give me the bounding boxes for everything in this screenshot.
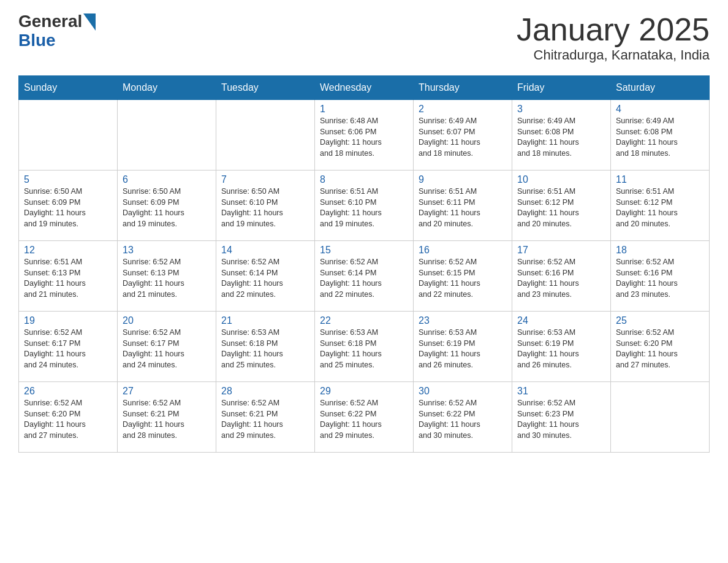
day-info: Sunrise: 6:52 AM Sunset: 6:14 PM Dayligh… (320, 257, 408, 300)
calendar-cell: 22Sunrise: 6:53 AM Sunset: 6:18 PM Dayli… (315, 312, 414, 382)
calendar-cell: 7Sunrise: 6:50 AM Sunset: 6:10 PM Daylig… (216, 170, 315, 241)
day-number: 25 (616, 315, 704, 326)
day-number: 18 (616, 245, 704, 256)
day-info: Sunrise: 6:49 AM Sunset: 6:08 PM Dayligh… (616, 116, 704, 159)
day-info: Sunrise: 6:51 AM Sunset: 6:12 PM Dayligh… (517, 186, 605, 229)
logo-text: General Blue (18, 12, 96, 50)
calendar-cell: 1Sunrise: 6:48 AM Sunset: 6:06 PM Daylig… (315, 100, 414, 170)
day-info: Sunrise: 6:50 AM Sunset: 6:10 PM Dayligh… (221, 186, 309, 229)
day-info: Sunrise: 6:51 AM Sunset: 6:12 PM Dayligh… (616, 186, 704, 229)
day-number: 14 (221, 245, 309, 256)
calendar-cell: 2Sunrise: 6:49 AM Sunset: 6:07 PM Daylig… (414, 100, 512, 170)
page-header: General Blue January 2025 Chitradurga, K… (18, 12, 710, 63)
day-number: 19 (24, 315, 112, 326)
day-number: 12 (24, 245, 112, 256)
day-number: 24 (517, 315, 605, 326)
day-number: 29 (320, 386, 408, 397)
day-info: Sunrise: 6:52 AM Sunset: 6:17 PM Dayligh… (24, 327, 112, 370)
calendar-cell: 23Sunrise: 6:53 AM Sunset: 6:19 PM Dayli… (414, 312, 512, 382)
calendar-cell: 17Sunrise: 6:52 AM Sunset: 6:16 PM Dayli… (512, 241, 611, 312)
day-number: 20 (123, 315, 211, 326)
day-number: 10 (517, 174, 605, 185)
day-info: Sunrise: 6:53 AM Sunset: 6:19 PM Dayligh… (419, 327, 507, 370)
day-info: Sunrise: 6:52 AM Sunset: 6:21 PM Dayligh… (221, 398, 309, 441)
day-number: 1 (320, 104, 408, 115)
calendar-cell: 29Sunrise: 6:52 AM Sunset: 6:22 PM Dayli… (315, 382, 414, 453)
calendar-cell: 5Sunrise: 6:50 AM Sunset: 6:09 PM Daylig… (19, 170, 118, 241)
calendar-cell: 31Sunrise: 6:52 AM Sunset: 6:23 PM Dayli… (512, 382, 611, 453)
day-info: Sunrise: 6:52 AM Sunset: 6:20 PM Dayligh… (24, 398, 112, 441)
weekday-header-saturday: Saturday (611, 76, 710, 100)
day-info: Sunrise: 6:53 AM Sunset: 6:18 PM Dayligh… (320, 327, 408, 370)
logo-general: General (18, 12, 82, 31)
day-number: 4 (616, 104, 704, 115)
calendar-cell (216, 100, 315, 170)
calendar-cell: 8Sunrise: 6:51 AM Sunset: 6:10 PM Daylig… (315, 170, 414, 241)
logo-triangle-icon (83, 13, 96, 31)
day-number: 5 (24, 174, 112, 185)
calendar-cell: 9Sunrise: 6:51 AM Sunset: 6:11 PM Daylig… (414, 170, 512, 241)
day-info: Sunrise: 6:48 AM Sunset: 6:06 PM Dayligh… (320, 116, 408, 159)
day-info: Sunrise: 6:52 AM Sunset: 6:16 PM Dayligh… (517, 257, 605, 300)
calendar-table: SundayMondayTuesdayWednesdayThursdayFrid… (18, 75, 710, 453)
svg-marker-0 (83, 13, 96, 31)
calendar-cell: 30Sunrise: 6:52 AM Sunset: 6:22 PM Dayli… (414, 382, 512, 453)
calendar-cell: 27Sunrise: 6:52 AM Sunset: 6:21 PM Dayli… (118, 382, 216, 453)
calendar-cell: 26Sunrise: 6:52 AM Sunset: 6:20 PM Dayli… (19, 382, 118, 453)
day-info: Sunrise: 6:51 AM Sunset: 6:10 PM Dayligh… (320, 186, 408, 229)
calendar-cell: 18Sunrise: 6:52 AM Sunset: 6:16 PM Dayli… (611, 241, 710, 312)
day-info: Sunrise: 6:51 AM Sunset: 6:11 PM Dayligh… (419, 186, 507, 229)
week-row-1: 1Sunrise: 6:48 AM Sunset: 6:06 PM Daylig… (19, 100, 710, 170)
day-number: 22 (320, 315, 408, 326)
calendar-cell: 13Sunrise: 6:52 AM Sunset: 6:13 PM Dayli… (118, 241, 216, 312)
day-number: 17 (517, 245, 605, 256)
day-info: Sunrise: 6:50 AM Sunset: 6:09 PM Dayligh… (24, 186, 112, 229)
week-row-3: 12Sunrise: 6:51 AM Sunset: 6:13 PM Dayli… (19, 241, 710, 312)
weekday-header-thursday: Thursday (414, 76, 512, 100)
week-row-4: 19Sunrise: 6:52 AM Sunset: 6:17 PM Dayli… (19, 312, 710, 382)
day-info: Sunrise: 6:52 AM Sunset: 6:16 PM Dayligh… (616, 257, 704, 300)
day-info: Sunrise: 6:52 AM Sunset: 6:13 PM Dayligh… (123, 257, 211, 300)
logo: General Blue (18, 12, 96, 50)
day-number: 26 (24, 386, 112, 397)
day-number: 21 (221, 315, 309, 326)
month-title: January 2025 (517, 12, 710, 47)
calendar-cell: 24Sunrise: 6:53 AM Sunset: 6:19 PM Dayli… (512, 312, 611, 382)
day-info: Sunrise: 6:52 AM Sunset: 6:21 PM Dayligh… (123, 398, 211, 441)
calendar-cell: 20Sunrise: 6:52 AM Sunset: 6:17 PM Dayli… (118, 312, 216, 382)
calendar-cell: 14Sunrise: 6:52 AM Sunset: 6:14 PM Dayli… (216, 241, 315, 312)
weekday-header-row: SundayMondayTuesdayWednesdayThursdayFrid… (19, 76, 710, 100)
day-number: 6 (123, 174, 211, 185)
calendar-cell: 25Sunrise: 6:52 AM Sunset: 6:20 PM Dayli… (611, 312, 710, 382)
day-info: Sunrise: 6:49 AM Sunset: 6:07 PM Dayligh… (419, 116, 507, 159)
weekday-header-friday: Friday (512, 76, 611, 100)
calendar-cell: 16Sunrise: 6:52 AM Sunset: 6:15 PM Dayli… (414, 241, 512, 312)
day-number: 16 (419, 245, 507, 256)
day-info: Sunrise: 6:51 AM Sunset: 6:13 PM Dayligh… (24, 257, 112, 300)
day-number: 13 (123, 245, 211, 256)
day-number: 23 (419, 315, 507, 326)
week-row-2: 5Sunrise: 6:50 AM Sunset: 6:09 PM Daylig… (19, 170, 710, 241)
calendar-cell: 15Sunrise: 6:52 AM Sunset: 6:14 PM Dayli… (315, 241, 414, 312)
week-row-5: 26Sunrise: 6:52 AM Sunset: 6:20 PM Dayli… (19, 382, 710, 453)
day-info: Sunrise: 6:52 AM Sunset: 6:17 PM Dayligh… (123, 327, 211, 370)
day-info: Sunrise: 6:52 AM Sunset: 6:22 PM Dayligh… (320, 398, 408, 441)
day-number: 2 (419, 104, 507, 115)
calendar-cell: 6Sunrise: 6:50 AM Sunset: 6:09 PM Daylig… (118, 170, 216, 241)
logo-blue: Blue (18, 31, 96, 50)
day-number: 7 (221, 174, 309, 185)
day-number: 30 (419, 386, 507, 397)
day-number: 3 (517, 104, 605, 115)
day-number: 9 (419, 174, 507, 185)
weekday-header-sunday: Sunday (19, 76, 118, 100)
day-info: Sunrise: 6:52 AM Sunset: 6:15 PM Dayligh… (419, 257, 507, 300)
day-number: 11 (616, 174, 704, 185)
calendar-cell (118, 100, 216, 170)
calendar-cell: 3Sunrise: 6:49 AM Sunset: 6:08 PM Daylig… (512, 100, 611, 170)
calendar-cell (611, 382, 710, 453)
location-title: Chitradurga, Karnataka, India (517, 47, 710, 63)
day-info: Sunrise: 6:52 AM Sunset: 6:22 PM Dayligh… (419, 398, 507, 441)
weekday-header-tuesday: Tuesday (216, 76, 315, 100)
day-number: 27 (123, 386, 211, 397)
day-number: 15 (320, 245, 408, 256)
